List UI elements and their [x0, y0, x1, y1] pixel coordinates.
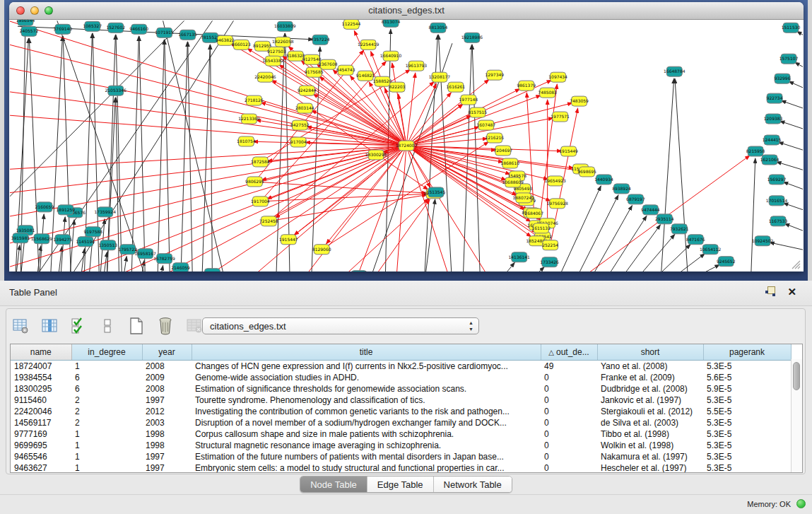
table-cell[interactable]: 1997 [142, 395, 192, 406]
graph-node[interactable]: 1513545 [427, 187, 446, 197]
table-cell[interactable]: Embryonic stem cells: a model to study s… [192, 462, 541, 473]
table-cell[interactable]: Genome-wide association studies in ADHD. [192, 372, 541, 383]
graph-node[interactable]: 7204697 [493, 146, 512, 156]
graph-node[interactable]: 10688609 [502, 177, 524, 187]
graph-node[interactable]: 8427552 [290, 120, 310, 130]
tab-node-table[interactable]: Node Table [300, 477, 367, 492]
graph-node[interactable]: 922734 [767, 93, 783, 103]
graph-node[interactable]: 8454743 [336, 65, 355, 75]
table-cell[interactable]: 1 [71, 462, 142, 473]
graph-node[interactable]: 14136141 [509, 252, 531, 262]
table-cell[interactable]: 9699695 [11, 440, 71, 451]
table-cell[interactable]: 6 [71, 383, 142, 395]
graph-node[interactable]: 932996 [775, 74, 791, 83]
column-header-name[interactable]: name [11, 344, 71, 361]
table-cell[interactable]: 5.3E-5 [703, 462, 791, 473]
graph-node[interactable]: 1915449 [559, 146, 578, 156]
graph-node[interactable]: 2405572 [20, 26, 39, 36]
table-cell[interactable]: 2 [71, 395, 142, 406]
table-row[interactable]: 969969511998Structural magnetic resonanc… [11, 440, 791, 451]
graph-node[interactable]: 2146059 [171, 263, 190, 271]
close-panel-icon[interactable]: ✕ [787, 286, 796, 297]
graph-node[interactable]: 1394275 [54, 235, 73, 245]
graph-node[interactable]: 8660123 [232, 40, 251, 49]
table-cell[interactable]: 2009 [142, 372, 192, 383]
graph-node[interactable]: 917004 [290, 137, 307, 147]
table-cell[interactable]: 0 [541, 451, 597, 462]
table-cell[interactable]: Corpus callosum shape and size in male p… [192, 428, 541, 440]
table-cell[interactable]: Nakamura et al. (1997) [597, 451, 703, 462]
table-cell[interactable]: 0 [541, 395, 597, 406]
table-cell[interactable]: 5.3E-5 [703, 417, 791, 428]
graph-node[interactable]: 1607487 [477, 120, 496, 130]
table-cell[interactable]: 18300295 [11, 383, 71, 395]
graph-node[interactable]: 1569297 [767, 175, 787, 185]
table-cell[interactable]: 9115460 [11, 395, 71, 406]
graph-node[interactable]: 8215958 [746, 146, 765, 156]
memory-ok-icon[interactable] [796, 499, 806, 508]
graph-node[interactable]: 10924502 [752, 236, 774, 246]
graph-node[interactable]: 7483059 [570, 96, 589, 106]
table-cell[interactable]: 5.6E-5 [703, 372, 791, 383]
table-cell[interactable]: 1998 [142, 428, 192, 440]
table-cell[interactable]: 2003 [142, 417, 192, 428]
column-header-in_degree[interactable]: in_degree [71, 344, 142, 361]
table-row[interactable]: 977716911998Corpus callosum shape and si… [11, 428, 791, 440]
graph-node[interactable]: 1350513 [98, 240, 117, 250]
graph-node[interactable]: 9806295 [245, 177, 264, 187]
graph-node[interactable]: 9465546 [350, 271, 369, 271]
graph-node[interactable]: 8313074 [382, 20, 401, 27]
table-cell[interactable]: Franke et al. (2009) [597, 372, 703, 383]
table-cell[interactable]: 2012 [142, 406, 192, 417]
graph-node[interactable]: 1216216 [485, 133, 504, 143]
table-cell[interactable]: Investigating the contribution of common… [192, 406, 541, 417]
table-cell[interactable]: 0 [541, 417, 597, 428]
table-cell[interactable]: 5.9E-5 [703, 383, 791, 395]
graph-node[interactable]: 9146821 [356, 71, 375, 81]
graph-node[interactable]: 3915981 [11, 233, 30, 243]
table-header-row[interactable]: namein_degreeyeartitle△out_de...shortpag… [11, 344, 791, 361]
graph-node[interactable]: 8813054 [429, 23, 448, 33]
table-cell[interactable]: 9463627 [11, 462, 71, 473]
graph-node[interactable]: 2718126 [245, 95, 264, 105]
graph-node[interactable]: 17359924 [95, 207, 117, 217]
resize-grip-icon[interactable] [792, 260, 801, 269]
graph-node[interactable]: 1667135 [178, 30, 197, 40]
tab-edge-table[interactable]: Edge Table [367, 477, 434, 492]
graph-node[interactable]: 8157515 [469, 107, 488, 117]
graph-node[interactable]: 9466160 [129, 24, 148, 34]
table-cell[interactable]: 5.3E-5 [703, 440, 791, 451]
graph-node[interactable]: 16782759 [153, 254, 175, 264]
table-cell[interactable]: 5.3E-5 [703, 361, 791, 373]
graph-node[interactable]: 9175685 [305, 67, 324, 77]
table-cell[interactable]: 2 [71, 417, 142, 428]
graph-node[interactable]: 1621064 [760, 155, 779, 165]
graph-node[interactable]: 7252458 [259, 216, 278, 226]
graph-node[interactable]: 1977571 [551, 112, 570, 122]
graph-node[interactable]: 9242844 [298, 86, 317, 95]
table-cell[interactable]: Disruption of a novel member of a sodium… [192, 417, 541, 428]
graph-node[interactable]: 9698695 [577, 167, 596, 177]
table-cell[interactable]: 0 [541, 383, 597, 395]
graph-node[interactable]: 1868610 [500, 158, 519, 168]
graph-node[interactable]: 10654112 [700, 245, 722, 255]
table-cell[interactable]: 1 [71, 451, 142, 462]
graph-node[interactable]: 1616261 [447, 82, 466, 92]
graph-node[interactable]: 1575107 [779, 54, 799, 64]
table-cell[interactable]: 5.3E-5 [703, 451, 791, 462]
clear-selection-icon[interactable] [97, 315, 118, 337]
table-row[interactable]: 911546021997Tourette syndrome. Phenomeno… [11, 395, 791, 406]
graph-node[interactable]: 1917004 [251, 197, 270, 206]
table-cell[interactable]: Estimation of the future numbers of pati… [192, 451, 541, 462]
graph-node[interactable]: 1145194 [76, 237, 95, 247]
graph-node[interactable]: 1977148 [459, 95, 478, 105]
tab-network-table[interactable]: Network Table [434, 477, 512, 492]
table-cell[interactable]: 1 [71, 440, 142, 451]
table-cell[interactable]: Structural magnetic resonance image aver… [192, 440, 541, 451]
graph-node[interactable]: 1964354 [203, 269, 222, 271]
graph-node[interactable]: 9197588 [83, 227, 102, 237]
graph-node[interactable]: 19654923 [544, 176, 566, 186]
table-row[interactable]: 1872400712008Changes of HCN gene express… [11, 361, 791, 373]
graph-node[interactable]: 17016514 [766, 196, 788, 206]
table-cell[interactable]: 2008 [142, 361, 192, 373]
